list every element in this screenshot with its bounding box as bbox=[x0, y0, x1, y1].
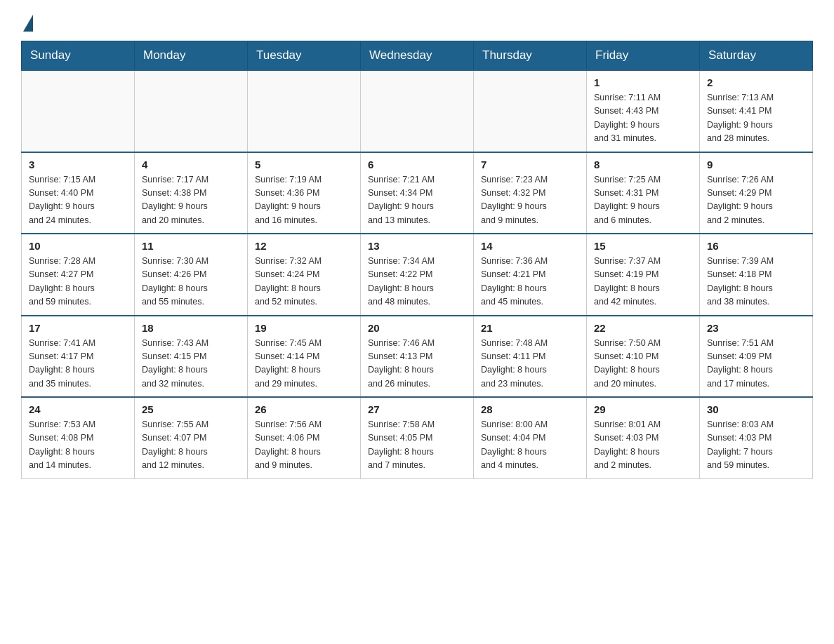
day-info: Sunrise: 7:39 AM Sunset: 4:18 PM Dayligh… bbox=[707, 255, 805, 309]
day-info: Sunrise: 7:30 AM Sunset: 4:26 PM Dayligh… bbox=[142, 255, 240, 309]
day-number: 10 bbox=[29, 240, 127, 252]
calendar-cell: 15Sunrise: 7:37 AM Sunset: 4:19 PM Dayli… bbox=[587, 234, 700, 316]
calendar-cell: 29Sunrise: 8:01 AM Sunset: 4:03 PM Dayli… bbox=[587, 397, 700, 478]
day-number: 25 bbox=[142, 403, 240, 415]
day-number: 29 bbox=[594, 403, 692, 415]
calendar-cell: 26Sunrise: 7:56 AM Sunset: 4:06 PM Dayli… bbox=[248, 397, 361, 478]
weekday-header-wednesday: Wednesday bbox=[361, 41, 474, 71]
day-info: Sunrise: 7:15 AM Sunset: 4:40 PM Dayligh… bbox=[29, 173, 127, 228]
weekday-header-monday: Monday bbox=[135, 41, 248, 71]
day-info: Sunrise: 7:19 AM Sunset: 4:36 PM Dayligh… bbox=[255, 173, 353, 228]
calendar-cell: 13Sunrise: 7:34 AM Sunset: 4:22 PM Dayli… bbox=[361, 234, 474, 316]
day-number: 27 bbox=[368, 403, 466, 415]
calendar-header-row: SundayMondayTuesdayWednesdayThursdayFrid… bbox=[22, 41, 813, 71]
day-info: Sunrise: 7:11 AM Sunset: 4:43 PM Dayligh… bbox=[594, 91, 692, 146]
day-info: Sunrise: 7:25 AM Sunset: 4:31 PM Dayligh… bbox=[594, 173, 692, 228]
day-number: 28 bbox=[481, 403, 579, 415]
calendar-cell bbox=[361, 70, 474, 152]
day-info: Sunrise: 7:50 AM Sunset: 4:10 PM Dayligh… bbox=[594, 337, 692, 391]
day-number: 23 bbox=[707, 322, 805, 334]
day-info: Sunrise: 8:01 AM Sunset: 4:03 PM Dayligh… bbox=[594, 418, 692, 473]
day-number: 16 bbox=[707, 240, 805, 252]
weekday-header-tuesday: Tuesday bbox=[248, 41, 361, 71]
day-info: Sunrise: 7:55 AM Sunset: 4:07 PM Dayligh… bbox=[142, 418, 240, 473]
day-number: 14 bbox=[481, 240, 579, 252]
calendar-cell: 27Sunrise: 7:58 AM Sunset: 4:05 PM Dayli… bbox=[361, 397, 474, 478]
weekday-header-friday: Friday bbox=[587, 41, 700, 71]
calendar-cell: 2Sunrise: 7:13 AM Sunset: 4:41 PM Daylig… bbox=[700, 70, 813, 152]
calendar-cell: 1Sunrise: 7:11 AM Sunset: 4:43 PM Daylig… bbox=[587, 70, 700, 152]
calendar-cell: 23Sunrise: 7:51 AM Sunset: 4:09 PM Dayli… bbox=[700, 316, 813, 398]
page-header bbox=[21, 14, 813, 28]
day-info: Sunrise: 7:17 AM Sunset: 4:38 PM Dayligh… bbox=[142, 173, 240, 228]
calendar-table: SundayMondayTuesdayWednesdayThursdayFrid… bbox=[21, 41, 813, 479]
calendar-cell: 8Sunrise: 7:25 AM Sunset: 4:31 PM Daylig… bbox=[587, 152, 700, 234]
logo bbox=[21, 14, 34, 28]
day-number: 26 bbox=[255, 403, 353, 415]
day-info: Sunrise: 7:23 AM Sunset: 4:32 PM Dayligh… bbox=[481, 173, 579, 228]
calendar-cell: 21Sunrise: 7:48 AM Sunset: 4:11 PM Dayli… bbox=[474, 316, 587, 398]
day-info: Sunrise: 7:58 AM Sunset: 4:05 PM Dayligh… bbox=[368, 418, 466, 473]
week-row-3: 10Sunrise: 7:28 AM Sunset: 4:27 PM Dayli… bbox=[22, 234, 813, 316]
calendar-cell: 22Sunrise: 7:50 AM Sunset: 4:10 PM Dayli… bbox=[587, 316, 700, 398]
day-info: Sunrise: 7:26 AM Sunset: 4:29 PM Dayligh… bbox=[707, 173, 805, 228]
calendar-cell: 25Sunrise: 7:55 AM Sunset: 4:07 PM Dayli… bbox=[135, 397, 248, 478]
calendar-cell: 17Sunrise: 7:41 AM Sunset: 4:17 PM Dayli… bbox=[22, 316, 135, 398]
calendar-cell: 30Sunrise: 8:03 AM Sunset: 4:03 PM Dayli… bbox=[700, 397, 813, 478]
calendar-cell: 6Sunrise: 7:21 AM Sunset: 4:34 PM Daylig… bbox=[361, 152, 474, 234]
day-number: 18 bbox=[142, 322, 240, 334]
calendar-cell: 12Sunrise: 7:32 AM Sunset: 4:24 PM Dayli… bbox=[248, 234, 361, 316]
weekday-header-thursday: Thursday bbox=[474, 41, 587, 71]
day-number: 24 bbox=[29, 403, 127, 415]
day-number: 17 bbox=[29, 322, 127, 334]
weekday-header-sunday: Sunday bbox=[22, 41, 135, 71]
calendar-cell: 24Sunrise: 7:53 AM Sunset: 4:08 PM Dayli… bbox=[22, 397, 135, 478]
day-number: 2 bbox=[707, 76, 805, 88]
calendar-cell: 9Sunrise: 7:26 AM Sunset: 4:29 PM Daylig… bbox=[700, 152, 813, 234]
day-number: 11 bbox=[142, 240, 240, 252]
calendar-cell: 28Sunrise: 8:00 AM Sunset: 4:04 PM Dayli… bbox=[474, 397, 587, 478]
calendar-cell: 3Sunrise: 7:15 AM Sunset: 4:40 PM Daylig… bbox=[22, 152, 135, 234]
day-info: Sunrise: 7:43 AM Sunset: 4:15 PM Dayligh… bbox=[142, 337, 240, 391]
day-info: Sunrise: 7:53 AM Sunset: 4:08 PM Dayligh… bbox=[29, 418, 127, 473]
day-number: 7 bbox=[481, 159, 579, 170]
day-number: 4 bbox=[142, 159, 240, 170]
day-number: 8 bbox=[594, 159, 692, 170]
week-row-1: 1Sunrise: 7:11 AM Sunset: 4:43 PM Daylig… bbox=[22, 70, 813, 152]
calendar-cell bbox=[474, 70, 587, 152]
day-number: 22 bbox=[594, 322, 692, 334]
day-number: 20 bbox=[368, 322, 466, 334]
day-info: Sunrise: 7:13 AM Sunset: 4:41 PM Dayligh… bbox=[707, 91, 805, 146]
calendar-cell: 20Sunrise: 7:46 AM Sunset: 4:13 PM Dayli… bbox=[361, 316, 474, 398]
day-number: 5 bbox=[255, 159, 353, 170]
day-info: Sunrise: 8:00 AM Sunset: 4:04 PM Dayligh… bbox=[481, 418, 579, 473]
day-number: 21 bbox=[481, 322, 579, 334]
week-row-4: 17Sunrise: 7:41 AM Sunset: 4:17 PM Dayli… bbox=[22, 316, 813, 398]
calendar-cell: 19Sunrise: 7:45 AM Sunset: 4:14 PM Dayli… bbox=[248, 316, 361, 398]
day-info: Sunrise: 7:56 AM Sunset: 4:06 PM Dayligh… bbox=[255, 418, 353, 473]
day-info: Sunrise: 7:34 AM Sunset: 4:22 PM Dayligh… bbox=[368, 255, 466, 309]
calendar-cell: 4Sunrise: 7:17 AM Sunset: 4:38 PM Daylig… bbox=[135, 152, 248, 234]
day-info: Sunrise: 7:46 AM Sunset: 4:13 PM Dayligh… bbox=[368, 337, 466, 391]
day-number: 15 bbox=[594, 240, 692, 252]
day-number: 12 bbox=[255, 240, 353, 252]
calendar-cell: 11Sunrise: 7:30 AM Sunset: 4:26 PM Dayli… bbox=[135, 234, 248, 316]
weekday-header-saturday: Saturday bbox=[700, 41, 813, 71]
calendar-cell bbox=[135, 70, 248, 152]
day-info: Sunrise: 7:28 AM Sunset: 4:27 PM Dayligh… bbox=[29, 255, 127, 309]
day-info: Sunrise: 8:03 AM Sunset: 4:03 PM Dayligh… bbox=[707, 418, 805, 473]
calendar-cell: 14Sunrise: 7:36 AM Sunset: 4:21 PM Dayli… bbox=[474, 234, 587, 316]
day-number: 1 bbox=[594, 76, 692, 88]
day-info: Sunrise: 7:21 AM Sunset: 4:34 PM Dayligh… bbox=[368, 173, 466, 228]
day-number: 6 bbox=[368, 159, 466, 170]
day-number: 13 bbox=[368, 240, 466, 252]
week-row-2: 3Sunrise: 7:15 AM Sunset: 4:40 PM Daylig… bbox=[22, 152, 813, 234]
calendar-cell: 18Sunrise: 7:43 AM Sunset: 4:15 PM Dayli… bbox=[135, 316, 248, 398]
day-info: Sunrise: 7:51 AM Sunset: 4:09 PM Dayligh… bbox=[707, 337, 805, 391]
day-info: Sunrise: 7:32 AM Sunset: 4:24 PM Dayligh… bbox=[255, 255, 353, 309]
logo-row1 bbox=[21, 14, 34, 31]
calendar-cell: 10Sunrise: 7:28 AM Sunset: 4:27 PM Dayli… bbox=[22, 234, 135, 316]
day-number: 9 bbox=[707, 159, 805, 170]
calendar-cell: 7Sunrise: 7:23 AM Sunset: 4:32 PM Daylig… bbox=[474, 152, 587, 234]
day-info: Sunrise: 7:45 AM Sunset: 4:14 PM Dayligh… bbox=[255, 337, 353, 391]
